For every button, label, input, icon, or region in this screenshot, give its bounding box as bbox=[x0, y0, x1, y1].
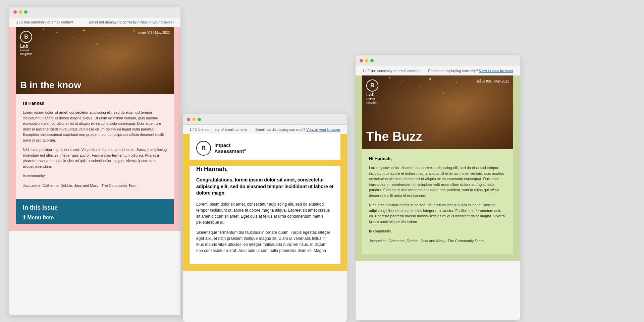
b-lab-text-1: Lab bbox=[20, 44, 32, 49]
summary-text-1: 1 / 2 line summary of email content bbox=[16, 20, 73, 24]
display-notice-3: Email not displaying correctly? View in … bbox=[428, 69, 513, 73]
hero-title-3: The Buzz bbox=[366, 129, 422, 144]
bia-para-1: Scelerisque fermentum dui faucibus in or… bbox=[196, 229, 334, 254]
email-para-1-0: Lorem ipsum dolor sit amet, consectetur … bbox=[23, 110, 167, 143]
titlebar-2 bbox=[183, 114, 347, 125]
email-para-3-0: Lorem ipsum dolor sit amet, consectetur … bbox=[369, 165, 506, 198]
titlebar-1 bbox=[9, 7, 180, 17]
bia-divider bbox=[196, 160, 334, 160]
email-para-1-2: In community, bbox=[23, 173, 167, 179]
newsletter-2: B ImpactAssessment® Hi Hannah, Congratul… bbox=[183, 134, 347, 271]
close-button-2[interactable] bbox=[187, 118, 190, 121]
browser-window-1: 1 / 2 line summary of email content Emai… bbox=[9, 7, 180, 315]
newsletter-1: Issue 001 | May 2022 B Lab UnitedKingdom… bbox=[9, 27, 180, 231]
b-logo-circle-3: B bbox=[366, 79, 378, 92]
trademark-symbol: ® bbox=[244, 149, 246, 152]
display-notice-1: Email not displaying correctly? View in … bbox=[89, 20, 174, 24]
hero-image-3: Issue 001 | May 2022 B Lab UnitedKingdom… bbox=[362, 75, 513, 149]
hero-title-1: B in the know bbox=[20, 80, 81, 91]
email-client-1[interactable]: 1 / 2 line summary of email content Emai… bbox=[9, 17, 180, 315]
hero-image-1: Issue 001 | May 2022 B Lab UnitedKingdom… bbox=[16, 27, 174, 94]
minimize-button-2[interactable] bbox=[192, 118, 196, 121]
email-topbar-1: 1 / 2 line summary of email content Emai… bbox=[9, 17, 180, 27]
email-topbar-2: 1 / 2 line summary of email content Emai… bbox=[183, 125, 347, 134]
maximize-button-2[interactable] bbox=[198, 118, 201, 121]
summary-text-3: 1 / 2 line summary of email content bbox=[362, 69, 420, 73]
b-logo-circle-1: B bbox=[20, 31, 32, 43]
in-this-issue-section: In this issue 1 Menu item bbox=[16, 199, 174, 224]
browser-window-2: 1 / 2 line summary of email content Emai… bbox=[183, 114, 347, 322]
email-body-3: Hi Hannah, Lorem ipsum dolor sit amet, c… bbox=[362, 149, 513, 254]
email-topbar-3: 1 / 2 line summary of email content Emai… bbox=[356, 66, 520, 75]
bia-congrats: Congratulations, lorem ipsum dolor sit a… bbox=[196, 177, 334, 197]
email-para-3-3: Jacqueline, Catherine, Debbie, Jess and … bbox=[369, 238, 506, 244]
issue-label-1: Issue 001 | May 2022 bbox=[138, 31, 170, 35]
email-para-3-2: In community, bbox=[369, 228, 506, 234]
view-in-browser-link-3[interactable]: View in your browser bbox=[479, 69, 513, 73]
minimize-button-1[interactable] bbox=[19, 10, 22, 14]
bia-para-0: Lorem ipsum dolor sit amet, consectetur … bbox=[196, 201, 334, 225]
email-para-3-1: Nibh cras pulvinar mattis nunc sed. Vel … bbox=[369, 202, 506, 224]
email-greeting-3: Hi Hannah, bbox=[369, 156, 506, 161]
issue-label-3: Issue 001 | May 2022 bbox=[477, 79, 509, 83]
display-notice-2: Email not displaying correctly? View in … bbox=[255, 127, 340, 131]
page-wrapper: 1 / 2 line summary of email content Emai… bbox=[0, 0, 644, 322]
b-lab-logo-3: B Lab UnitedKingdom bbox=[366, 79, 378, 105]
window-controls-1 bbox=[13, 10, 28, 14]
bia-greeting: Hi Hannah, bbox=[196, 166, 334, 173]
email-para-1-3: Jacqueline, Catherine, Debbie, Jess and … bbox=[23, 183, 167, 189]
view-in-browser-link-2[interactable]: View in your browser bbox=[306, 127, 340, 131]
b-lab-text-3: Lab bbox=[366, 92, 378, 97]
close-button-1[interactable] bbox=[13, 10, 17, 14]
bia-logo-text: ImpactAssessment® bbox=[214, 142, 246, 154]
browser-window-3: 1 / 2 line summary of email content Emai… bbox=[356, 55, 520, 320]
summary-text-2: 1 / 2 line summary of email content bbox=[190, 127, 247, 131]
window-controls-3 bbox=[360, 59, 374, 62]
email-body-1: Hi Hannah, Lorem ipsum dolor sit amet, c… bbox=[16, 94, 174, 199]
in-this-issue-title: In this issue bbox=[23, 204, 167, 211]
maximize-button-3[interactable] bbox=[370, 59, 374, 62]
minimize-button-3[interactable] bbox=[365, 59, 368, 62]
b-lab-logo-1: B Lab UnitedKingdom bbox=[20, 31, 32, 56]
b-lab-subtext-3: UnitedKingdom bbox=[366, 97, 378, 105]
email-para-1-1: Nibh cras pulvinar mattis nunc sed. Vel … bbox=[23, 147, 167, 169]
bia-body: Hi Hannah, Congratulations, lorem ipsum … bbox=[190, 166, 340, 264]
titlebar-3 bbox=[356, 55, 520, 66]
view-in-browser-link-1[interactable]: View in your browser bbox=[140, 20, 174, 24]
maximize-button-1[interactable] bbox=[24, 10, 28, 14]
bia-logo-circle: B bbox=[196, 141, 211, 156]
window-controls-2 bbox=[187, 118, 201, 121]
menu-item-1: 1 Menu item bbox=[23, 215, 167, 221]
email-client-2[interactable]: 1 / 2 line summary of email content Emai… bbox=[183, 125, 347, 322]
close-button-3[interactable] bbox=[360, 59, 363, 62]
bia-logo-area: B ImpactAssessment® bbox=[190, 134, 340, 160]
newsletter-3: Issue 001 | May 2022 B Lab UnitedKingdom… bbox=[356, 75, 520, 261]
b-lab-subtext-1: UnitedKingdom bbox=[20, 49, 32, 56]
email-greeting-1: Hi Hannah, bbox=[23, 101, 167, 106]
email-client-3[interactable]: 1 / 2 line summary of email content Emai… bbox=[356, 66, 520, 320]
